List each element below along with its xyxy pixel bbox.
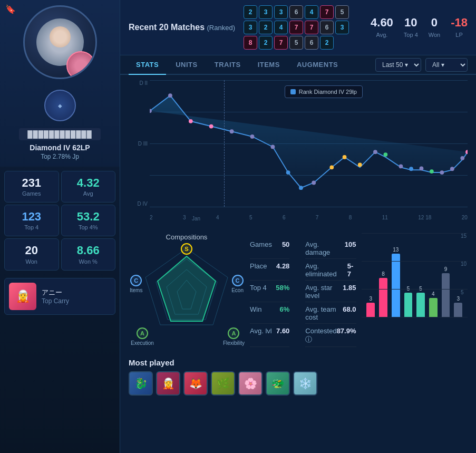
grade-s-label: S <box>181 243 192 255</box>
tab-units[interactable]: UNITS <box>168 55 205 75</box>
champ-icon-6[interactable]: 🐲 <box>266 371 290 396</box>
tab-filter: Last 50 ▾ Last 20 Last 100 All ▾ Ranked … <box>375 58 468 72</box>
bar-rect <box>366 303 375 317</box>
comp-key-games: Games <box>250 240 272 256</box>
comp-stat-place: Place 4.28 <box>250 260 289 281</box>
grade-econ-circle: C <box>232 275 244 286</box>
match-summary-stats: 4.60 Avg. 10 Top 4 0 Won -18 LP <box>371 16 468 39</box>
filter-all[interactable]: All ▾ Ranked Normal <box>425 58 468 72</box>
tab-augments[interactable]: AUGMENTS <box>289 55 345 75</box>
matches-title-group: Recent 20 Matches (Ranked) <box>129 23 235 32</box>
svg-marker-27 <box>158 256 216 321</box>
stat-top4pct-value: 53.2 <box>66 210 111 223</box>
bar-ylines <box>362 233 468 317</box>
xlabel-11: 11 <box>382 215 388 220</box>
grade-flexibility-circle: A <box>228 327 239 339</box>
stat-won: 20 Won <box>4 238 59 270</box>
comp-stat-avg-cost: Avg. team cost 68.0 <box>305 303 356 324</box>
grade-flexibility-text: Flexibility <box>223 340 245 346</box>
champ-icon-2[interactable]: 🧝 <box>156 371 180 396</box>
stat-top4-value: 123 <box>9 210 54 223</box>
stat-top4: 123 Top 4 <box>4 205 59 236</box>
xlabel-5: 5 <box>249 215 252 220</box>
stat-games-value: 231 <box>9 177 54 189</box>
xlabel-3: 3 <box>183 215 186 220</box>
champion-icons: 🐉 🧝 🦊 🌿 🌸 🐲 ❄️ <box>129 371 468 396</box>
summary-avg: 4.60 Avg. <box>371 16 393 39</box>
bar-value: 3 <box>456 296 460 302</box>
comp-key-contested: Contested ⓘ <box>305 327 336 344</box>
placement-badge: 2 <box>259 21 273 34</box>
tab-stats[interactable]: STATS <box>129 55 166 75</box>
svg-point-2 <box>189 119 193 123</box>
xlabel-8: 8 <box>349 215 352 220</box>
ylabel-dii: D II <box>129 80 150 86</box>
comp-val-avg-lvl: 7.60 <box>276 327 289 344</box>
bar-value: 9 <box>444 266 448 272</box>
summary-top4-value: 10 <box>404 16 418 30</box>
placement-badge: 7 <box>305 21 318 34</box>
avatar-small-image <box>66 51 95 79</box>
sidebar: 🔖 ◆ ████████████ Diamond IV 62LP Top 2.7… <box>0 0 120 453</box>
grade-econ-text: Econ <box>231 287 244 293</box>
comp-val-games: 50 <box>282 240 289 256</box>
comp-stats: Games 50 Avg. damage 105 Place 4.28 Avg.… <box>250 233 356 349</box>
stat-top4pct: 53.2 Top 4% <box>61 205 116 236</box>
champ-icon-5[interactable]: 🌸 <box>238 371 263 396</box>
comp-stat-top4: Top 4 58% <box>250 282 289 302</box>
champ-icon-3[interactable]: 🦊 <box>183 371 208 396</box>
placement-badge: 2 <box>320 36 334 50</box>
comp-key-top4: Top 4 <box>250 284 267 300</box>
svg-point-19 <box>440 170 444 175</box>
ylabel-diii: D III <box>129 141 150 147</box>
most-played: Most played 🐉 🧝 🦊 🌿 🌸 🐲 ❄️ <box>120 354 476 400</box>
grade-execution-label: A Execution <box>131 327 154 346</box>
comp-stat-avg-damage: Avg. damage 105 <box>305 238 356 259</box>
bar-ylabel-5: 5 <box>461 290 467 295</box>
grade-s-circle: S <box>181 243 192 255</box>
bookmark-icon[interactable]: 🔖 <box>5 4 16 14</box>
carry-name: アニー <box>42 288 69 297</box>
matches-ranked: (Ranked) <box>207 24 235 32</box>
bar-value: 8 <box>382 271 385 277</box>
svg-point-8 <box>299 186 303 190</box>
main-content: Recent 20 Matches (Ranked) 2336475324776… <box>120 0 476 453</box>
svg-point-7 <box>286 170 290 175</box>
bar-rect <box>416 293 425 317</box>
comp-key-win: Win <box>250 305 261 321</box>
champ-icon-1[interactable]: 🐉 <box>129 371 153 396</box>
matches-title: Recent 20 Matches <box>129 23 205 32</box>
bar-rect <box>379 278 387 317</box>
filter-last50[interactable]: Last 50 ▾ Last 20 Last 100 <box>375 58 421 72</box>
comp-stat-avg-star: Avg. star level 1.85 <box>305 282 356 302</box>
grade-items-label: C Items <box>130 275 142 293</box>
comp-val-win: 6% <box>280 305 290 321</box>
xlabel-2: 2 <box>150 215 153 220</box>
svg-point-4 <box>230 129 234 133</box>
avatar-container <box>18 5 102 90</box>
radar-container: Compositions S C Items <box>129 233 245 349</box>
grade-execution-circle: A <box>137 327 148 339</box>
stat-wonpct-value: 8.66 <box>66 244 111 257</box>
stat-wonpct-label: Won % <box>66 258 111 265</box>
tab-traits[interactable]: TRAITS <box>207 55 248 75</box>
stat-games-label: Games <box>9 190 54 197</box>
svg-point-10 <box>329 165 334 169</box>
comp-val-contested: 87.9% <box>337 327 356 344</box>
carry-avatar: 🧝 <box>9 283 36 310</box>
svg-point-15 <box>399 164 403 168</box>
svg-point-3 <box>209 124 213 129</box>
comp-val-avg-star: 1.85 <box>343 284 356 300</box>
champ-icon-7[interactable]: ❄️ <box>293 371 317 396</box>
svg-point-17 <box>420 166 424 170</box>
bar-rect <box>442 273 450 317</box>
champ-icon-4[interactable]: 🌿 <box>211 371 235 396</box>
svg-point-5 <box>250 134 255 139</box>
summary-won-value: 0 <box>429 16 440 30</box>
summary-top4-label: Top 4 <box>404 32 418 38</box>
svg-point-18 <box>430 169 434 174</box>
comp-key-avg-star: Avg. star level <box>305 284 343 300</box>
ylabel-div: D IV <box>129 201 150 207</box>
tab-items[interactable]: ITEMS <box>250 55 287 75</box>
top-carry-section: 🧝 アニー Top Carry <box>0 275 120 318</box>
